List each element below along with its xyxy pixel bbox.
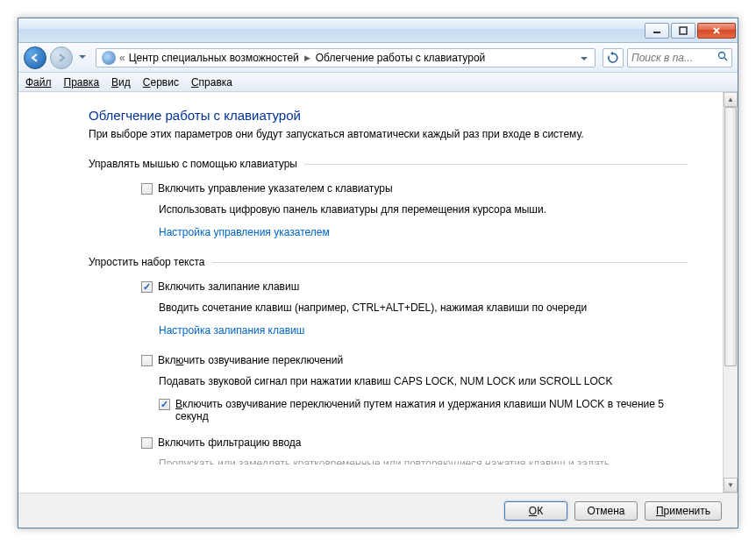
content-scroll: Облегчение работы с клавиатурой При выбо… <box>18 92 723 493</box>
option-sticky-keys: Включить залипание клавиш <box>141 280 688 293</box>
cancel-button[interactable]: Отмена <box>574 501 638 521</box>
menu-view[interactable]: Вид <box>111 76 131 89</box>
label-mouse-keys[interactable]: Включить управление указателем с клавиат… <box>158 182 393 195</box>
label-filter-keys[interactable]: Включить фильтрацию ввода <box>158 436 302 449</box>
desc-sticky-keys: Вводить сочетание клавиш (например, CTRL… <box>159 301 688 314</box>
link-sticky-keys-settings[interactable]: Настройка залипания клавиш <box>159 324 304 337</box>
svg-point-2 <box>719 53 725 59</box>
breadcrumb-chevron-icon: « <box>119 52 125 64</box>
search-box[interactable] <box>627 48 732 67</box>
forward-button[interactable] <box>50 46 73 69</box>
breadcrumb-current[interactable]: Облегчение работы с клавиатурой <box>316 52 486 64</box>
nav-history-dropdown[interactable] <box>76 49 89 67</box>
menubar: Файл Правка Вид Сервис Справка <box>18 73 738 92</box>
option-mouse-keys: Включить управление указателем с клавиат… <box>141 182 688 195</box>
ok-button[interactable]: ОК <box>504 501 567 521</box>
page-description: При выборе этих параметров они будут зап… <box>89 128 688 140</box>
refresh-button[interactable] <box>603 48 624 67</box>
close-button[interactable] <box>697 23 736 39</box>
minimize-button[interactable] <box>645 23 669 39</box>
apply-button[interactable]: Применить <box>645 501 722 521</box>
address-bar[interactable]: « Центр специальных возможностей ▶ Облег… <box>96 48 596 67</box>
control-panel-icon <box>102 51 116 65</box>
scroll-thumb[interactable] <box>724 107 737 366</box>
search-icon <box>717 51 728 64</box>
menu-help[interactable]: Справка <box>191 76 232 89</box>
menu-edit[interactable]: Правка <box>64 76 100 89</box>
scroll-track[interactable] <box>724 107 738 478</box>
menu-tools[interactable]: Сервис <box>143 76 179 89</box>
option-filter-keys: Включить фильтрацию ввода <box>141 436 688 449</box>
link-mouse-keys-settings[interactable]: Настройка управления указателем <box>159 226 330 238</box>
scroll-down-button[interactable]: ▼ <box>724 478 738 493</box>
desc-toggle-keys: Подавать звуковой сигнал при нажатии кла… <box>159 375 688 387</box>
label-sticky-keys[interactable]: Включить залипание клавиш <box>158 280 299 293</box>
desc-mouse-keys: Использовать цифровую панель клавиатуры … <box>159 203 688 216</box>
search-input[interactable] <box>631 52 714 64</box>
back-button[interactable] <box>24 46 46 69</box>
content-area: Облегчение работы с клавиатурой При выбо… <box>18 92 738 493</box>
svg-rect-1 <box>680 27 687 34</box>
svg-rect-0 <box>653 32 660 33</box>
nav-toolbar: « Центр специальных возможностей ▶ Облег… <box>18 43 738 73</box>
button-bar: ОК Отмена Применить <box>18 493 738 528</box>
maximize-button[interactable] <box>671 23 695 39</box>
address-dropdown-icon[interactable] <box>575 52 593 64</box>
checkbox-sticky-keys[interactable] <box>141 281 153 293</box>
page-title: Облегчение работы с клавиатурой <box>89 108 688 123</box>
checkbox-mouse-keys[interactable] <box>141 183 153 195</box>
section-typing-heading: Упростить набор текста <box>89 256 688 268</box>
desc-filter-keys-partial: Пропускать или замедлять кратковременные… <box>159 457 688 464</box>
menu-file[interactable]: Файл <box>25 76 52 89</box>
label-toggle-keys[interactable]: Включить озвучивание переключений <box>158 354 343 366</box>
checkbox-toggle-keys-numlock[interactable] <box>159 399 170 410</box>
section-mouse-heading: Управлять мышью с помощью клавиатуры <box>89 158 688 170</box>
checkbox-toggle-keys[interactable] <box>141 355 153 366</box>
titlebar <box>18 18 738 43</box>
option-toggle-keys-numlock: Включить озвучивание переключений путем … <box>159 398 688 422</box>
scroll-up-button[interactable]: ▲ <box>724 92 738 107</box>
label-toggle-keys-numlock[interactable]: Включить озвучивание переключений путем … <box>175 398 667 422</box>
breadcrumb-parent[interactable]: Центр специальных возможностей <box>129 52 299 64</box>
checkbox-filter-keys[interactable] <box>141 437 153 449</box>
vertical-scrollbar[interactable]: ▲ ▼ <box>723 92 738 493</box>
breadcrumb-separator-icon: ▶ <box>304 53 310 62</box>
window: « Центр специальных возможностей ▶ Облег… <box>18 18 738 528</box>
option-toggle-keys: Включить озвучивание переключений <box>141 354 688 366</box>
